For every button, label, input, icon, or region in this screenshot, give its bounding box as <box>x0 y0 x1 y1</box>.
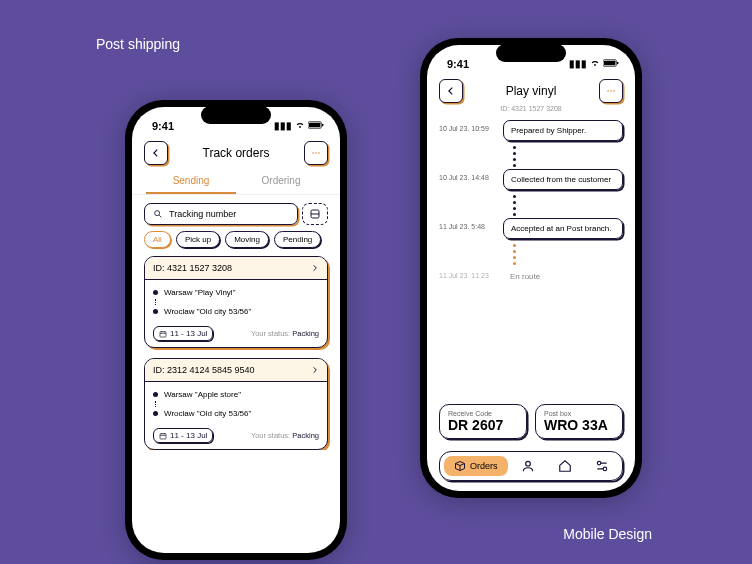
chip-pending[interactable]: Pending <box>274 231 321 248</box>
svg-point-4 <box>315 152 317 154</box>
wifi-icon <box>295 120 305 132</box>
page-title-top: Post shipping <box>96 36 180 52</box>
chevron-right-icon <box>311 264 319 272</box>
postbox-label: Post box <box>544 410 614 417</box>
order-id: ID: 2312 4124 5845 9540 <box>153 365 255 375</box>
chip-moving[interactable]: Moving <box>225 231 269 248</box>
settings-icon <box>595 459 609 473</box>
order-cards: ID: 4321 1527 3208 Warsaw "Play Vinyl" W… <box>132 256 340 450</box>
timeline-status: Accepted at an Post branch. <box>503 218 623 239</box>
info-row: Receive Code DR 2607 Post box WRO 33A <box>427 400 635 443</box>
phone-track-orders: 9:41 ▮▮▮ Track orders Sending Orde <box>125 100 347 560</box>
arrow-left-icon <box>446 86 456 96</box>
more-button[interactable] <box>599 79 623 103</box>
search-icon <box>153 209 163 219</box>
svg-point-16 <box>526 461 531 466</box>
svg-rect-12 <box>617 62 618 65</box>
tabs: Sending Ordering <box>132 169 340 195</box>
nav-home[interactable] <box>548 459 581 473</box>
status-icons: ▮▮▮ <box>274 120 324 132</box>
timeline-item: 10 Jul 23. 14:48 Collected from the cust… <box>439 169 623 190</box>
calendar-icon <box>159 432 167 440</box>
screen-title: Track orders <box>168 146 304 160</box>
user-icon <box>521 459 535 473</box>
svg-point-17 <box>597 461 601 465</box>
timeline-item: 10 Jul 23. 10:59 Prepared by Shipper. <box>439 120 623 141</box>
date-badge: 11 - 13 Jul <box>153 326 213 341</box>
screen-subtitle: ID: 4321 1527 3208 <box>427 105 635 112</box>
timeline-time: 11 Jul 23. 5:48 <box>439 218 495 230</box>
svg-rect-11 <box>604 61 615 66</box>
signal-icon: ▮▮▮ <box>274 120 292 131</box>
home-icon <box>558 459 572 473</box>
search-placeholder: Tracking number <box>169 209 236 219</box>
svg-point-5 <box>318 152 320 154</box>
timeline-status: En route <box>503 267 623 286</box>
chip-pickup[interactable]: Pick up <box>176 231 220 248</box>
screen-title: Play vinyl <box>463 84 599 98</box>
route-to: Wroclaw "Old city 53/56" <box>164 409 251 418</box>
svg-rect-1 <box>309 123 320 128</box>
svg-rect-9 <box>160 433 166 438</box>
signal-icon: ▮▮▮ <box>569 58 587 69</box>
tab-sending[interactable]: Sending <box>146 169 236 194</box>
calendar-icon <box>159 330 167 338</box>
postbox-box: Post box WRO 33A <box>535 404 623 439</box>
timeline-time: 10 Jul 23. 10:59 <box>439 120 495 132</box>
svg-point-3 <box>312 152 314 154</box>
route-from: Warsaw "Apple store" <box>164 390 241 399</box>
date-badge: 11 - 13 Jul <box>153 428 213 443</box>
timeline-time: 11 Jul 23. 11:23 <box>439 267 495 279</box>
status-text: Your status: Packing <box>251 431 319 440</box>
arrow-left-icon <box>151 148 161 158</box>
tab-ordering[interactable]: Ordering <box>236 169 326 194</box>
page-title-bottom: Mobile Design <box>563 526 652 542</box>
svg-rect-8 <box>160 331 166 336</box>
svg-point-18 <box>603 467 607 471</box>
route-to: Wroclaw "Old city 53/56" <box>164 307 251 316</box>
search-input[interactable]: Tracking number <box>144 203 298 225</box>
topbar: Track orders <box>132 135 340 169</box>
status-time: 9:41 <box>447 58 469 70</box>
scan-button[interactable] <box>302 203 328 225</box>
route-from: Warsaw "Play Vinyl" <box>164 288 235 297</box>
timeline-status: Prepared by Shipper. <box>503 120 623 141</box>
order-card[interactable]: ID: 2312 4124 5845 9540 Warsaw "Apple st… <box>144 358 328 450</box>
svg-rect-2 <box>322 124 323 127</box>
svg-point-13 <box>607 90 609 92</box>
svg-point-6 <box>155 211 160 216</box>
more-icon <box>311 148 321 158</box>
battery-icon <box>603 58 619 69</box>
nav-orders[interactable]: Orders <box>444 456 508 476</box>
nav-settings[interactable] <box>585 459 618 473</box>
chevron-right-icon <box>311 366 319 374</box>
wifi-icon <box>590 58 600 70</box>
timeline-status: Collected from the customer <box>503 169 623 190</box>
svg-point-15 <box>613 90 615 92</box>
timeline-item: 11 Jul 23. 11:23 En route <box>439 267 623 286</box>
timeline: 10 Jul 23. 10:59 Prepared by Shipper. 10… <box>427 116 635 400</box>
order-card[interactable]: ID: 4321 1527 3208 Warsaw "Play Vinyl" W… <box>144 256 328 348</box>
receive-code-value: DR 2607 <box>448 417 518 433</box>
phone-order-detail: 9:41 ▮▮▮ Play vinyl ID: 4321 152 <box>420 38 642 498</box>
order-id: ID: 4321 1527 3208 <box>153 263 232 273</box>
nav-profile[interactable] <box>512 459 545 473</box>
status-time: 9:41 <box>152 120 174 132</box>
battery-icon <box>308 120 324 131</box>
svg-point-14 <box>610 90 612 92</box>
receive-code-box: Receive Code DR 2607 <box>439 404 527 439</box>
topbar: Play vinyl <box>427 73 635 107</box>
scan-icon <box>309 208 321 220</box>
chip-all[interactable]: All <box>144 231 171 248</box>
bottom-nav: Orders <box>439 451 623 481</box>
more-button[interactable] <box>304 141 328 165</box>
more-icon <box>606 86 616 96</box>
back-button[interactable] <box>144 141 168 165</box>
package-icon <box>454 460 466 472</box>
postbox-value: WRO 33A <box>544 417 614 433</box>
back-button[interactable] <box>439 79 463 103</box>
timeline-time: 10 Jul 23. 14:48 <box>439 169 495 181</box>
timeline-item: 11 Jul 23. 5:48 Accepted at an Post bran… <box>439 218 623 239</box>
nav-orders-label: Orders <box>470 461 498 471</box>
receive-code-label: Receive Code <box>448 410 518 417</box>
